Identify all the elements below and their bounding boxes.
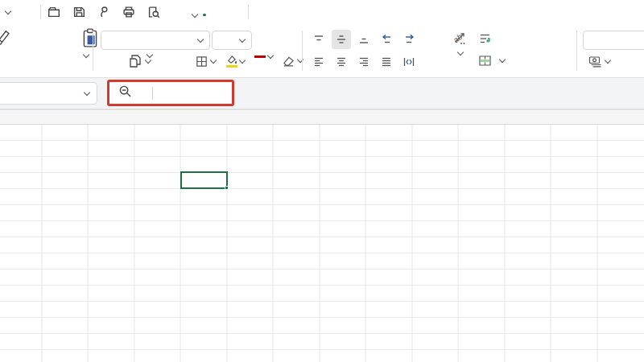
decrease-indent-button[interactable] — [377, 30, 396, 49]
chevron-down-icon — [457, 49, 464, 56]
spreadsheet — [0, 109, 644, 362]
divider — [152, 87, 153, 100]
chevron-down-icon — [239, 35, 246, 42]
borders-button[interactable] — [192, 53, 219, 70]
align-middle-button[interactable] — [332, 30, 351, 49]
group-divider — [93, 31, 93, 71]
tab-view[interactable] — [362, 7, 365, 17]
format-painter-brush-icon — [0, 27, 14, 48]
font-name-combo[interactable] — [101, 31, 210, 50]
pin-icon[interactable] — [97, 5, 111, 19]
text-direction-icon — [402, 56, 415, 68]
excel-window: ab — [0, 0, 644, 362]
quick-access-toolbar — [47, 0, 197, 24]
justify-icon — [380, 56, 393, 68]
paste-button[interactable] — [80, 27, 100, 57]
tab-tools[interactable] — [389, 7, 392, 17]
justify-button[interactable] — [377, 52, 396, 72]
print-icon[interactable] — [122, 5, 136, 19]
increase-indent-icon — [402, 33, 416, 46]
font-color-swatch — [254, 56, 266, 58]
active-cell-e3[interactable] — [180, 171, 228, 189]
merge-and-center-button[interactable] — [478, 55, 505, 67]
tab-home[interactable] — [203, 7, 206, 17]
format-painter-button[interactable] — [0, 27, 29, 51]
print-preview-icon[interactable] — [147, 5, 161, 19]
align-right-icon — [357, 56, 370, 68]
chevron-down-icon — [267, 51, 274, 58]
fill-color-button[interactable] — [222, 53, 248, 69]
chevron-down-icon — [239, 56, 246, 63]
number-format-combo[interactable] — [583, 31, 644, 50]
chevron-down-icon — [5, 7, 11, 14]
font-size-combo[interactable] — [212, 31, 252, 50]
chevron-down-icon[interactable] — [192, 6, 197, 20]
tab-formulas[interactable] — [283, 7, 286, 17]
chevron-down-icon — [210, 57, 217, 64]
wrap-text-button[interactable] — [478, 32, 496, 45]
paste-clipboard-icon — [80, 27, 100, 48]
column-headers — [0, 109, 644, 125]
strikethrough-button[interactable] — [171, 53, 177, 56]
zoom-out-icon[interactable] — [118, 84, 132, 101]
menu-button[interactable] — [0, 0, 10, 24]
align-middle-icon — [335, 33, 348, 46]
font-color-icon — [254, 55, 266, 58]
align-top-icon — [312, 33, 325, 46]
currency-icon — [588, 55, 603, 68]
align-left-icon — [312, 56, 325, 68]
fill-color-bucket-icon — [225, 55, 237, 68]
align-right-button[interactable] — [354, 52, 374, 72]
chevron-down-icon — [197, 35, 204, 42]
align-top-button[interactable] — [309, 30, 328, 49]
chevron-down-icon — [147, 51, 153, 58]
borders-grid-icon — [195, 55, 208, 68]
chevron-down-icon — [84, 88, 90, 95]
formula-annotation-highlight — [107, 80, 234, 106]
decrease-indent-icon — [380, 33, 394, 46]
increase-indent-button[interactable] — [399, 30, 419, 49]
underline-button[interactable] — [142, 53, 155, 59]
fill-color-swatch — [226, 65, 237, 68]
tab-page-layout[interactable] — [256, 7, 259, 17]
align-center-button[interactable] — [332, 52, 351, 72]
chevron-down-icon — [605, 57, 611, 64]
tab-review[interactable] — [336, 7, 339, 17]
save-icon[interactable] — [72, 5, 86, 19]
align-left-button[interactable] — [309, 52, 328, 72]
tab-data[interactable] — [309, 7, 312, 17]
copy-icon — [127, 53, 143, 69]
open-folder-icon[interactable] — [47, 5, 61, 19]
align-center-icon — [335, 56, 348, 68]
font-color-button[interactable] — [251, 53, 276, 60]
tab-insert[interactable] — [229, 7, 233, 17]
chevron-down-icon — [499, 56, 506, 63]
group-divider — [576, 31, 577, 71]
group-divider — [302, 31, 303, 71]
wrap-text-icon — [478, 32, 492, 45]
ribbon: ab — [0, 24, 644, 78]
eraser-icon — [282, 55, 295, 67]
bold-button[interactable] — [100, 53, 106, 56]
chevron-down-icon — [83, 51, 89, 58]
italic-button[interactable] — [121, 53, 127, 56]
text-direction-button[interactable] — [399, 52, 419, 72]
ribbon-tabs — [203, 0, 392, 24]
orientation-icon: ab — [449, 27, 469, 47]
sheet-grid[interactable] — [0, 125, 644, 362]
currency-format-button[interactable] — [588, 55, 610, 68]
align-bottom-button[interactable] — [354, 30, 374, 49]
name-box[interactable] — [0, 82, 97, 105]
merge-center-icon — [478, 55, 492, 67]
formula-bar — [0, 78, 644, 109]
divider — [40, 5, 41, 19]
fill-handle[interactable] — [225, 186, 229, 190]
top-bar — [0, 0, 644, 24]
align-bottom-icon — [357, 33, 370, 46]
